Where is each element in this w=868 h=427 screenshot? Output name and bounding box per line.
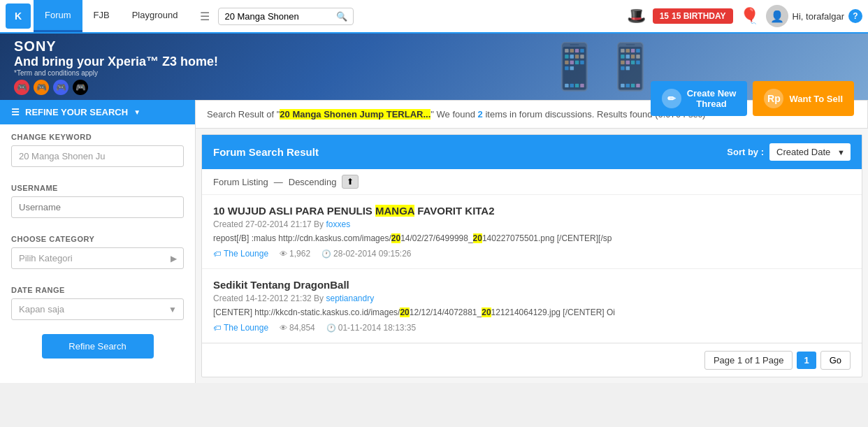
views-1: 1,962 [280,249,310,259]
banner-terms: *Term and conditions apply [14,69,218,77]
nav-tab-playground[interactable]: Playground [121,0,189,32]
sort-label: Sort by : [727,147,764,157]
ps-icon-red: 🎮 [14,80,29,95]
list-icon[interactable]: ☰ [194,4,215,29]
refine-list-icon: ☰ [11,107,20,117]
result-count: 2 [478,109,483,120]
result-footer-1: The Lounge 1,962 28-02-2014 09:15:26 [213,249,851,259]
refine-search-button[interactable]: Refine Search [42,334,154,359]
page-label: Page 1 [714,355,745,366]
top-navigation: K Forum FJB Playground ☰ 🔍 🎩 15 15 BIRTH… [0,0,868,34]
category-select-wrap: Pilih Kategori ▶ [11,247,184,269]
page-body: ☰ REFINE YOUR SEARCH ▼ CHANGE KEYWORD US… [0,100,868,383]
search-input[interactable] [224,11,336,22]
sort-select[interactable]: Created Date Relevance Views [769,143,851,161]
help-icon[interactable]: ? [848,9,862,23]
sidebar-header: ☰ REFINE YOUR SEARCH ▼ [0,100,195,124]
of-page-label: of 1 Page [745,355,784,366]
banner-icons: 🎮 🎮 🎮 🎮 [14,80,218,95]
date-range-section: DATE RANGE Kapan saja ▼ [0,277,195,328]
search-info-mid: " We found [431,109,477,120]
create-thread-button[interactable]: ✏ Create NewThread [651,81,748,116]
avatar: 👤 [766,5,788,27]
highlight-manga-1: MANGA [375,205,414,217]
username-label: USERNAME [11,184,184,192]
phone-image: 📱📱 [547,34,658,100]
listing-order: Descending [289,177,337,187]
keyword-input[interactable] [11,145,184,167]
page-info: Page 1 of 1 Page [704,351,793,370]
result-snippet-2: [CENTER] http://kkcdn-static.kaskus.co.i… [213,307,851,317]
user-area: 👤 Hi, torafalgar ? [766,5,862,27]
ps-icon-orange: 🎮 [34,80,49,95]
sort-select-wrap: Created Date Relevance Views ▼ [769,143,851,161]
panel-title: Forum Search Result [213,146,319,158]
birthday-number: 15 [660,11,669,21]
main-content: Search Result of "20 Manga Shonen Jump T… [196,100,868,383]
nav-tab-fjb[interactable]: FJB [82,0,121,32]
want-to-sell-label: Want To Sell [789,94,843,104]
tag-lounge-1[interactable]: The Lounge [213,249,268,259]
birthday-badge: 15 15 BIRTHDAY [653,8,733,24]
search-term: 20 Manga Shonen Jump TERLAR... [280,109,431,120]
listing-bar: Forum Listing — Descending ⬆ [202,169,862,195]
pagination-bar: Page 1 of 1 Page 1 Go [202,343,862,377]
banner-brand: SONY [14,38,218,55]
sidebar: ☰ REFINE YOUR SEARCH ▼ CHANGE KEYWORD US… [0,100,196,383]
ps-icon-blue: 🎮 [53,80,68,95]
daterange-select-wrap: Kapan saja ▼ [11,298,184,320]
username-input[interactable] [11,196,184,218]
listing-label: Forum Listing [213,177,268,187]
hat-icon: 🎩 [627,7,646,25]
views-2: 84,854 [280,323,315,333]
want-to-sell-button[interactable]: Rp Want To Sell [753,81,854,116]
result-footer-2: The Lounge 84,854 01-11-2014 18:13:35 [213,323,851,333]
nav-tab-forum[interactable]: Forum [34,0,82,32]
nav-right: 🎩 15 15 BIRTHDAY 🎈 👤 Hi, torafalgar ? [627,5,862,27]
sidebar-arrow-icon: ▼ [133,108,140,116]
search-icon[interactable]: 🔍 [336,11,347,22]
sort-area: Sort by : Created Date Relevance Views ▼ [727,143,851,161]
listing-sort-button[interactable]: ⬆ [342,175,359,189]
username-section: USERNAME [0,175,195,226]
birthday-label: 15 BIRTHDAY [672,11,726,21]
table-row: 10 WUJUD ASLI PARA PENULIS MANGA FAVORIT… [202,195,862,269]
date-range-label: DATE RANGE [11,286,184,294]
balloon-icon: 🎈 [740,7,759,25]
user-greeting: Hi, torafalgar [793,11,844,22]
author-link-2[interactable]: septianandry [326,294,374,303]
go-button[interactable]: Go [820,351,851,370]
date-2: 01-11-2014 18:13:35 [326,323,416,333]
page-1-button[interactable]: 1 [797,352,816,369]
search-info-prefix: Search Result of " [207,109,280,120]
result-meta-2: Created 14-12-2012 21:32 By septianandry [213,294,851,303]
results-panel: Forum Search Result Sort by : Created Da… [201,134,862,377]
author-link-1[interactable]: foxxes [326,219,350,229]
want-to-sell-icon: Rp [764,89,783,108]
listing-separator: — [274,177,283,187]
category-select[interactable]: Pilih Kategori [11,247,184,269]
search-bar: 🔍 [218,8,354,25]
result-title-1: 10 WUJUD ASLI PARA PENULIS MANGA FAVORIT… [213,205,851,217]
ps-icon-black: 🎮 [73,80,88,95]
tag-lounge-2[interactable]: The Lounge [213,323,268,333]
daterange-select[interactable]: Kapan saja [11,298,184,320]
keyword-label: CHANGE KEYWORD [11,133,184,141]
create-thread-icon: ✏ [662,89,681,108]
banner-text: SONY And bring your Xperia™ Z3 home! *Te… [14,38,218,95]
result-meta-1: Created 27-02-2014 21:17 By foxxes [213,219,851,229]
refine-label: REFINE YOUR SEARCH [25,107,128,117]
keyword-section: CHANGE KEYWORD [0,124,195,175]
action-buttons: ✏ Create NewThread Rp Want To Sell [651,81,854,116]
table-row: Sedikit Tentang DragonBall Created 14-12… [202,269,862,343]
result-title-2: Sedikit Tentang DragonBall [213,279,851,291]
result-snippet-1: repost[/B] :malus http://cdn.kaskus.com/… [213,233,851,243]
date-1: 28-02-2014 09:15:26 [321,249,411,259]
banner-tagline: And bring your Xperia™ Z3 home! [14,55,218,69]
logo-button[interactable]: K [6,3,31,29]
category-label: CHOOSE CATEGORY [11,235,184,243]
results-header: Forum Search Result Sort by : Created Da… [202,135,862,169]
category-section: CHOOSE CATEGORY Pilih Kategori ▶ [0,226,195,277]
create-thread-label: Create NewThread [687,88,737,109]
